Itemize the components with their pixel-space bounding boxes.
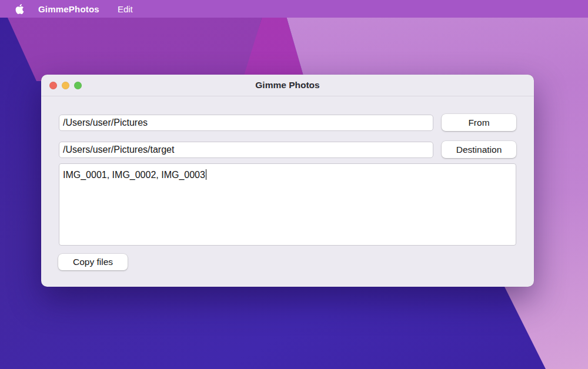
app-menu-gimmephotos[interactable]: GimmePhotos <box>38 4 99 14</box>
app-window: Gimme Photos From Destination IMG_0001, … <box>41 75 534 287</box>
destination-button[interactable]: Destination <box>442 141 516 158</box>
minimize-button[interactable] <box>62 82 69 89</box>
close-button[interactable] <box>49 82 57 89</box>
menu-item-edit[interactable]: Edit <box>118 4 133 14</box>
window-titlebar[interactable]: Gimme Photos <box>41 75 534 96</box>
text-caret <box>206 169 207 180</box>
zoom-button[interactable] <box>74 82 82 89</box>
apple-menu[interactable] <box>15 4 24 14</box>
menu-bar: GimmePhotos Edit <box>0 0 588 18</box>
destination-path-input[interactable] <box>59 142 433 158</box>
copy-files-button[interactable]: Copy files <box>58 254 128 270</box>
files-textarea[interactable]: IMG_0001, IMG_0002, IMG_0003 <box>59 163 516 246</box>
desktop: GimmePhotos Edit Gimme Photos From Desti… <box>0 0 588 369</box>
window-title: Gimme Photos <box>255 80 319 90</box>
files-text: IMG_0001, IMG_0002, IMG_0003 <box>63 170 205 180</box>
from-path-input[interactable] <box>59 115 433 131</box>
traffic-lights <box>49 75 82 96</box>
from-button[interactable]: From <box>442 114 516 131</box>
apple-icon <box>15 4 24 14</box>
